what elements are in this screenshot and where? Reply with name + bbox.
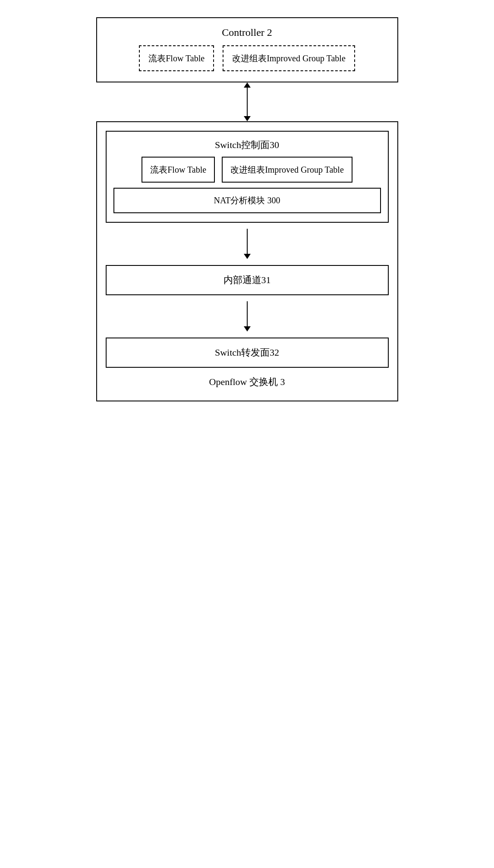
- controller-improved-group-table: 改进组表Improved Group Table: [223, 45, 355, 71]
- controller-box: Controller 2 流表Flow Table 改进组表Improved G…: [96, 17, 398, 82]
- controller-tables-row: 流表Flow Table 改进组表Improved Group Table: [139, 45, 355, 71]
- channel-to-forward-arrow: [244, 301, 251, 331]
- arrow-line: [247, 229, 248, 254]
- arrow-down-icon: [244, 254, 251, 259]
- switch-control-tables-row: 流表Flow Table 改进组表Improved Group Table: [142, 157, 352, 183]
- arrow-down-icon: [244, 326, 251, 331]
- controller-flow-table: 流表Flow Table: [139, 45, 214, 71]
- arrow-line: [247, 301, 248, 326]
- controller-title: Controller 2: [222, 27, 272, 38]
- switch-control-box: Switch控制面30 流表Flow Table 改进组表Improved Gr…: [106, 131, 389, 223]
- switch-forward-box: Switch转发面32: [106, 338, 389, 368]
- diagram-container: Controller 2 流表Flow Table 改进组表Improved G…: [96, 17, 398, 401]
- arrow-down-icon: [244, 116, 251, 121]
- openflow-switch-box: Switch控制面30 流表Flow Table 改进组表Improved Gr…: [96, 121, 398, 401]
- controller-switch-arrow: [244, 82, 251, 121]
- internal-channel-box: 内部通道31: [106, 265, 389, 295]
- nat-module-box: NAT分析模块 300: [113, 188, 381, 213]
- switch-flow-table: 流表Flow Table: [142, 157, 215, 183]
- switch-improved-group-table: 改进组表Improved Group Table: [222, 157, 352, 183]
- arrow-up-icon: [244, 82, 251, 88]
- arrow-line: [247, 88, 248, 116]
- openflow-switch-label: Openflow 交换机 3: [209, 376, 285, 388]
- control-to-channel-arrow: [244, 229, 251, 259]
- switch-control-title: Switch控制面30: [215, 139, 279, 152]
